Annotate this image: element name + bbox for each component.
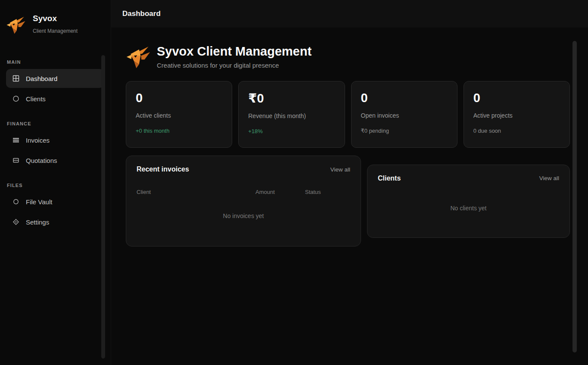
column-client: Client	[137, 189, 255, 195]
nav-section-label: MAIN	[7, 59, 104, 65]
page-header-text: Syvox Client Management Creative solutio…	[157, 44, 311, 69]
nav-section-files: FILES File Vault Settings	[6, 183, 104, 231]
stat-card-active-clients: 0 Active clients +0 this month	[126, 81, 232, 148]
stat-trend: 0 due soon	[473, 128, 560, 134]
invoices-table-header: Client Amount Status	[137, 189, 350, 195]
main-area: Dashboard Syvox Client Management Creati…	[111, 0, 588, 365]
stat-label: Open invoices	[361, 112, 448, 119]
page-breadcrumb-title: Dashboard	[122, 9, 161, 18]
panel-header: Clients View all	[378, 175, 559, 182]
stat-card-revenue: ₹0 Revenue (this month) +18%	[238, 81, 345, 148]
stat-trend: +18%	[248, 128, 335, 134]
sidebar-item-file-vault[interactable]: File Vault	[6, 192, 104, 211]
column-status: Status	[305, 189, 350, 195]
invoices-view-all-link[interactable]: View all	[330, 166, 350, 173]
sidebar-item-dashboard[interactable]: Dashboard	[6, 69, 104, 88]
recent-invoices-panel: Recent invoices View all Client Amount S…	[126, 156, 361, 246]
sidebar-item-quotations[interactable]: Quotations	[6, 151, 104, 170]
stat-value: 0	[361, 91, 448, 105]
stat-label: Revenue (this month)	[248, 112, 335, 119]
grid-icon	[12, 75, 19, 82]
card-icon	[12, 157, 19, 164]
sidebar-item-label: Dashboard	[26, 75, 57, 82]
page-subtitle: Creative solutions for your digital pres…	[157, 62, 311, 69]
stats-row: 0 Active clients +0 this month ₹0 Revenu…	[126, 81, 570, 148]
panels-row: Recent invoices View all Client Amount S…	[126, 156, 570, 246]
panel-title: Recent invoices	[137, 165, 189, 173]
invoices-empty-state: No invoices yet	[137, 212, 350, 219]
stat-value: 0	[136, 91, 222, 105]
nav-section-main: MAIN Dashboard Clients	[6, 59, 104, 108]
stat-value: 0	[473, 91, 560, 105]
page-header: Syvox Client Management Creative solutio…	[126, 43, 570, 70]
nav-section-label: FILES	[7, 183, 104, 188]
syvox-logo-icon	[6, 15, 26, 34]
sidebar-item-settings[interactable]: Settings	[6, 212, 104, 231]
brand-text: Syvox Client Management	[33, 11, 78, 34]
sidebar-item-label: Invoices	[26, 137, 50, 144]
sidebar-item-label: Settings	[26, 218, 49, 226]
page-title: Syvox Client Management	[157, 44, 311, 59]
column-amount: Amount	[255, 189, 305, 195]
stat-card-active-projects: 0 Active projects 0 due soon	[464, 81, 570, 148]
clients-empty-state: No clients yet	[378, 205, 559, 212]
sidebar-item-label: Quotations	[26, 157, 57, 164]
sidebar-item-label: File Vault	[26, 198, 52, 206]
stat-card-open-invoices: 0 Open invoices ₹0 pending	[351, 81, 457, 148]
stat-trend: +0 this month	[136, 128, 222, 134]
gear-icon	[12, 218, 19, 225]
clients-panel: Clients View all No clients yet	[367, 165, 570, 238]
stat-value: ₹0	[248, 91, 335, 106]
sidebar-item-label: Clients	[26, 95, 46, 103]
nav-section-label: FINANCE	[7, 121, 104, 126]
panel-header: Recent invoices View all	[137, 165, 350, 173]
clients-view-all-link[interactable]: View all	[539, 175, 559, 181]
stat-label: Active projects	[473, 112, 560, 119]
main-scrollbar[interactable]	[572, 41, 577, 353]
circle-icon	[12, 198, 19, 205]
brand-subtitle: Client Management	[33, 28, 78, 34]
stat-trend: ₹0 pending	[361, 128, 448, 134]
panel-title: Clients	[378, 175, 401, 182]
sidebar-item-clients[interactable]: Clients	[6, 89, 104, 108]
stat-label: Active clients	[136, 112, 222, 119]
nav-section-finance: FINANCE Invoices Quotations	[6, 121, 104, 170]
sidebar-scrollbar[interactable]	[101, 55, 105, 359]
sidebar: Syvox Client Management MAIN Dashboard C…	[0, 0, 111, 365]
lines-icon	[12, 137, 19, 144]
content: Syvox Client Management Creative solutio…	[111, 28, 588, 246]
brand-name: Syvox	[33, 14, 78, 23]
syvox-logo-icon	[126, 43, 151, 70]
circle-icon	[12, 95, 19, 102]
sidebar-item-invoices[interactable]: Invoices	[6, 131, 104, 150]
brand: Syvox Client Management	[0, 0, 111, 34]
topbar: Dashboard	[111, 0, 588, 28]
sidebar-nav: MAIN Dashboard Clients FINANCE Invoic	[0, 59, 111, 231]
